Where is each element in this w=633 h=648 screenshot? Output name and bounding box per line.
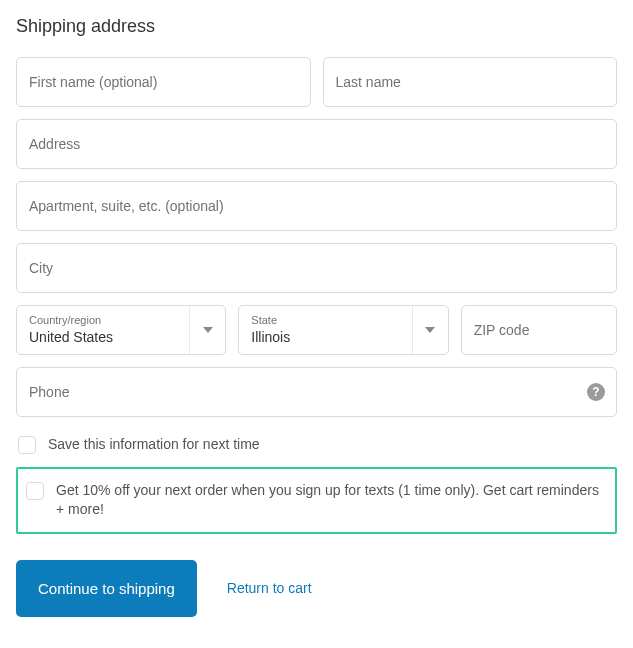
state-select-label: State bbox=[251, 314, 407, 327]
country-select[interactable]: Country/region United States bbox=[16, 305, 226, 355]
city-field[interactable] bbox=[16, 243, 617, 293]
address-field[interactable] bbox=[16, 119, 617, 169]
chevron-down-icon bbox=[412, 306, 448, 354]
sms-offer-highlight: Get 10% off your next order when you sig… bbox=[16, 467, 617, 534]
state-select-value: Illinois bbox=[251, 329, 407, 346]
help-icon[interactable]: ? bbox=[587, 383, 605, 401]
country-select-label: Country/region bbox=[29, 314, 185, 327]
country-select-value: United States bbox=[29, 329, 185, 346]
continue-button[interactable]: Continue to shipping bbox=[16, 560, 197, 617]
sms-offer-checkbox[interactable] bbox=[26, 482, 44, 500]
chevron-down-icon bbox=[189, 306, 225, 354]
zip-field[interactable] bbox=[461, 305, 617, 355]
last-name-field[interactable] bbox=[323, 57, 618, 107]
first-name-field[interactable] bbox=[16, 57, 311, 107]
save-info-label: Save this information for next time bbox=[48, 435, 260, 455]
state-select[interactable]: State Illinois bbox=[238, 305, 448, 355]
return-link[interactable]: Return to cart bbox=[227, 580, 312, 596]
save-info-checkbox[interactable] bbox=[18, 436, 36, 454]
sms-offer-label: Get 10% off your next order when you sig… bbox=[56, 481, 607, 520]
section-title: Shipping address bbox=[16, 16, 617, 37]
phone-field[interactable] bbox=[16, 367, 617, 417]
apartment-field[interactable] bbox=[16, 181, 617, 231]
